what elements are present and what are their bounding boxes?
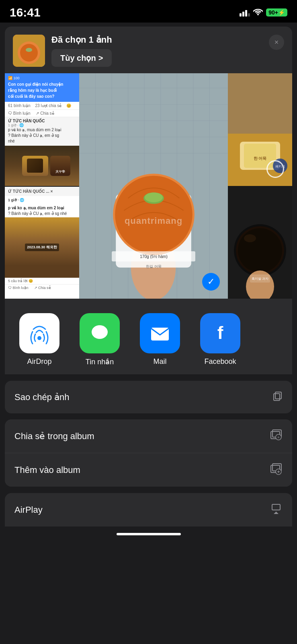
photo-grid-container: 📶 100 Con con gọi điện nói chuyệnrằng hô… <box>5 73 292 303</box>
photo-selected-badge: ✓ <box>202 273 220 291</box>
share-thumbnail <box>13 35 45 67</box>
svg-marker-59 <box>274 512 279 514</box>
messages-label: Tin nhắn <box>86 357 114 366</box>
actions-section: Sao chép ảnh Chia sẻ trong album + <box>5 381 292 487</box>
airplay-label: AirPlay <box>14 505 43 515</box>
photo-left-top[interactable]: 📶 100 Con con gọi điện nói chuyệnrằng hô… <box>5 73 79 186</box>
share-in-album-action[interactable]: Chia sẻ trong album + <box>5 419 292 453</box>
svg-rect-47 <box>274 394 280 400</box>
share-in-album-label: Chia sẻ trong album <box>14 431 94 442</box>
photo-right-bottom[interactable]: 흑미쌀 과자 <box>228 186 292 299</box>
messages-app-icon <box>80 313 120 353</box>
svg-point-42 <box>37 336 41 340</box>
airdrop-app-icon <box>19 313 59 353</box>
share-apps-row: AirDrop Tin nhắn Mail <box>11 313 286 366</box>
share-info: Đã chọn 1 ảnh Tùy chọn > <box>51 35 284 67</box>
svg-point-2 <box>20 44 38 62</box>
battery-indicator: 90+ ⚡ <box>266 8 287 17</box>
photo-right-top[interactable]: 한 어묵 패키지 <box>228 73 292 186</box>
svg-point-23 <box>145 192 163 202</box>
status-time: 16:41 <box>10 6 41 19</box>
svg-text:한길 어묵: 한길 어묵 <box>146 264 162 268</box>
airplay-icon <box>270 502 283 518</box>
svg-point-3 <box>26 48 32 52</box>
airplay-action[interactable]: AirPlay <box>5 493 292 526</box>
share-in-album-icon: + <box>270 428 283 444</box>
svg-point-38 <box>244 234 256 242</box>
photo-column-left: 📶 100 Con con gọi điện nói chuyệnrằng hô… <box>5 73 79 299</box>
copy-photo-icon <box>270 390 283 405</box>
facebook-app-icon: f <box>200 313 240 353</box>
options-button[interactable]: Tùy chọn > <box>51 49 112 67</box>
svg-point-21 <box>115 176 193 254</box>
app-item-facebook[interactable]: f Facebook <box>192 313 248 366</box>
copy-photo-group: Sao chép ảnh <box>5 381 292 413</box>
photo-column-right: 한 어묵 패키지 <box>228 73 292 299</box>
status-icons: 90+ ⚡ <box>240 8 287 17</box>
svg-point-43 <box>92 325 108 339</box>
wifi-icon <box>253 8 263 17</box>
apps-section: AirDrop Tin nhắn Mail <box>5 303 292 374</box>
facebook-label: Facebook <box>204 357 236 366</box>
svg-rect-58 <box>272 504 280 510</box>
home-indicator <box>117 533 181 535</box>
share-header: Đã chọn 1 ảnh Tùy chọn > × <box>5 27 292 73</box>
status-bar: 16:41 90+ ⚡ <box>0 0 297 23</box>
photo-unselected-indicator <box>266 160 284 178</box>
app-item-airdrop[interactable]: AirDrop <box>11 313 68 366</box>
svg-rect-48 <box>275 392 281 399</box>
svg-text:f: f <box>217 323 223 343</box>
add-to-album-icon <box>270 462 283 478</box>
photo-left-bottom[interactable]: Ứ TỨC HÀN QUỐC ... × 1 giờ · 🌐 p về ko ạ… <box>5 186 79 299</box>
album-actions-group: Chia sẻ trong album + Thêm vào album <box>5 419 292 487</box>
share-selected-count: Đã chọn 1 ảnh <box>51 35 284 45</box>
svg-text:170g (5½ hàm): 170g (5½ hàm) <box>140 254 168 259</box>
mail-label: Mail <box>153 357 166 366</box>
svg-rect-45 <box>151 328 169 341</box>
add-to-album-label: Thêm vào album <box>14 465 80 475</box>
svg-text:한 어묵: 한 어묵 <box>254 156 267 161</box>
app-item-messages[interactable]: Tin nhắn <box>72 313 128 366</box>
watermark: quantrimang <box>125 215 182 226</box>
bottom-section: AirPlay <box>5 493 292 543</box>
svg-text:+: + <box>277 435 280 440</box>
mail-app-icon <box>140 313 180 353</box>
copy-photo-action[interactable]: Sao chép ảnh <box>5 381 292 413</box>
photo-grid: 📶 100 Con con gọi điện nói chuyệnrằng hô… <box>5 73 292 299</box>
svg-text:흑미쌀 과자: 흑미쌀 과자 <box>252 277 268 281</box>
signal-icon <box>240 8 250 17</box>
app-item-mail[interactable]: Mail <box>132 313 188 366</box>
photo-main-selected[interactable]: 170g (5½ hàm) 한길 어묵 quantrimang ✓ <box>79 73 228 299</box>
svg-point-37 <box>238 228 282 272</box>
copy-photo-label: Sao chép ảnh <box>14 392 70 402</box>
close-button[interactable]: × <box>269 35 284 50</box>
airdrop-label: AirDrop <box>27 357 51 366</box>
add-to-album-action[interactable]: Thêm vào album <box>5 453 292 487</box>
